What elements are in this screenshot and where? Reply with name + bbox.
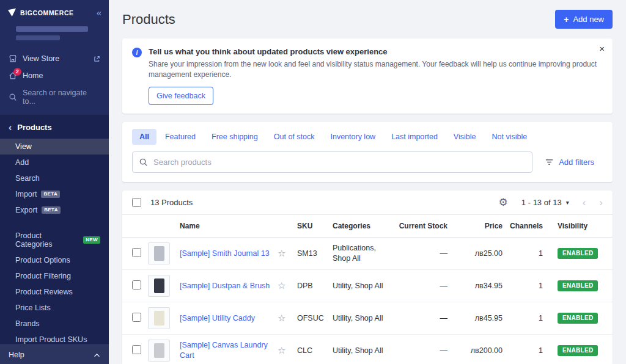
sidebar-menu-item-label: Product Reviews [15,288,73,296]
favorite-star-icon[interactable]: ☆ [278,280,297,291]
pagination-arrows: ‹ › [583,197,603,208]
previous-page-icon[interactable]: ‹ [583,197,586,208]
visibility-badge: ENABLED [558,313,598,324]
product-channels: 1 [503,346,543,355]
sidebar-menu-item[interactable]: Brands [0,316,109,332]
favorite-star-icon[interactable]: ☆ [278,313,297,324]
search-products-input[interactable] [132,151,532,173]
favorite-star-icon[interactable]: ☆ [278,248,297,259]
sidebar-menu-item[interactable]: Price Lists [0,300,109,316]
filter-tab[interactable]: Last imported [384,129,445,145]
chevron-up-icon [94,351,100,359]
add-filters-label: Add filters [559,158,594,167]
filter-tabs: All Featured Free shipping Out of stock … [132,129,603,145]
product-name-link[interactable]: [Sample] Dustpan & Brush [180,282,270,290]
sidebar-menu-item[interactable]: Product Filtering [0,268,109,284]
search-box [132,151,532,173]
sidebar-menu-item[interactable]: Add [0,155,109,170]
column-header-visibility[interactable]: Visibility [543,222,604,230]
select-all-checkbox[interactable] [132,198,141,207]
sidebar-menu-item-label: Import [15,190,37,198]
favorite-star-icon[interactable]: ☆ [278,345,297,356]
filters-card: All Featured Free shipping Out of stock … [122,122,613,182]
product-sku: OFSUC [297,314,333,322]
sidebar-item-home[interactable]: 2 Home [0,67,109,84]
search-row: Add filters [132,151,603,173]
banner-body: Share your impression from the new look … [149,59,603,80]
next-page-icon[interactable]: › [599,197,603,208]
table-header-row: Name SKU Categories Current Stock Price … [122,215,613,238]
product-thumbnail [148,340,170,362]
sidebar-search[interactable]: Search or navigate to... [0,84,109,110]
column-header-current-stock[interactable]: Current Stock [391,222,447,230]
menu-item-badge: BETA [41,191,60,198]
filter-tab[interactable]: Inventory low [323,129,383,145]
add-filters-button[interactable]: Add filters [545,158,603,167]
page-title: Products [122,12,175,27]
column-header-name[interactable]: Name [180,222,278,230]
storefront-icon [9,54,17,63]
info-icon: i [132,48,142,57]
give-feedback-button[interactable]: Give feedback [149,87,213,105]
sidebar-help[interactable]: Help [0,344,109,364]
row-checkbox[interactable] [132,248,141,257]
product-categories: Utility, Shop All [333,346,391,357]
table-row: [Sample] Smith Journal 13 ☆ SM13 Publica… [122,238,613,270]
sidebar-item-view-store[interactable]: View Store [0,50,109,67]
column-header-sku[interactable]: SKU [297,222,333,230]
main-content: Products + Add new i Tell us what you th… [109,0,626,364]
column-header-price[interactable]: Price [447,222,503,230]
feedback-banner: i Tell us what you think about updated p… [122,38,613,114]
product-thumbnail [148,242,170,264]
sidebar-menu-item[interactable]: View [0,139,109,155]
pagination-range[interactable]: 1 - 13 of 13 ▾ [521,198,569,207]
table-row: [Sample] Canvas Laundry Cart ☆ CLC Utili… [122,335,613,364]
gear-icon[interactable]: ⚙ [499,197,508,208]
search-icon [139,158,148,167]
search-icon [9,93,17,101]
product-name-link[interactable]: [Sample] Smith Journal 13 [180,249,270,258]
page-header: Products + Add new [109,0,626,37]
sidebar-menu-item[interactable]: Search [0,170,109,186]
product-thumbnail [148,307,170,329]
sidebar-menu-item-label: Product Filtering [15,272,71,280]
column-header-channels[interactable]: Channels [503,222,543,230]
row-checkbox[interactable] [132,280,141,289]
product-categories: Publications, Shop All [333,243,391,264]
chevron-left-icon: ‹ [9,125,12,131]
product-current-stock: — [391,346,447,355]
filter-tab[interactable]: Not visible [484,129,534,145]
product-current-stock: — [391,282,447,290]
product-name-link[interactable]: [Sample] Utility Caddy [180,314,255,322]
sidebar-menu-item[interactable]: Product Categories NEW [0,228,109,252]
row-checkbox[interactable] [132,345,141,354]
product-channels: 1 [503,249,543,258]
add-new-label: Add new [573,15,604,24]
column-header-categories[interactable]: Categories [333,221,391,231]
filter-tab[interactable]: All [132,129,156,145]
filter-tab[interactable]: Out of stock [267,129,322,145]
close-icon[interactable]: × [599,44,605,53]
product-channels: 1 [503,314,543,322]
sidebar-menu-item[interactable]: Product Options [0,252,109,268]
sidebar-menu-item[interactable]: Export BETA [0,202,109,218]
menu-item-badge: NEW [83,236,100,244]
filter-tab[interactable]: Free shipping [204,129,265,145]
home-icon: 2 [9,71,17,80]
filter-tab[interactable]: Featured [158,129,203,145]
product-sku: SM13 [297,249,333,258]
row-checkbox[interactable] [132,313,141,322]
sidebar-collapse-icon[interactable]: « [97,7,101,18]
product-current-stock: — [391,249,447,258]
sidebar-menu-item[interactable]: Import BETA [0,186,109,202]
visibility-badge: ENABLED [558,280,598,291]
sidebar-section-back[interactable]: ‹ Products [0,115,109,139]
table-row: [Sample] Dustpan & Brush ☆ DPB Utility, … [122,270,613,302]
sidebar-menu-item[interactable]: Product Reviews [0,284,109,300]
pagination-range-label: 1 - 13 of 13 [521,198,562,207]
product-sku: CLC [297,346,333,355]
sidebar-products-menu: View Add Search Import [0,139,109,363]
filter-tab[interactable]: Visible [446,129,484,145]
product-name-link[interactable]: [Sample] Canvas Laundry Cart [180,341,268,360]
add-new-button[interactable]: + Add new [555,10,613,29]
